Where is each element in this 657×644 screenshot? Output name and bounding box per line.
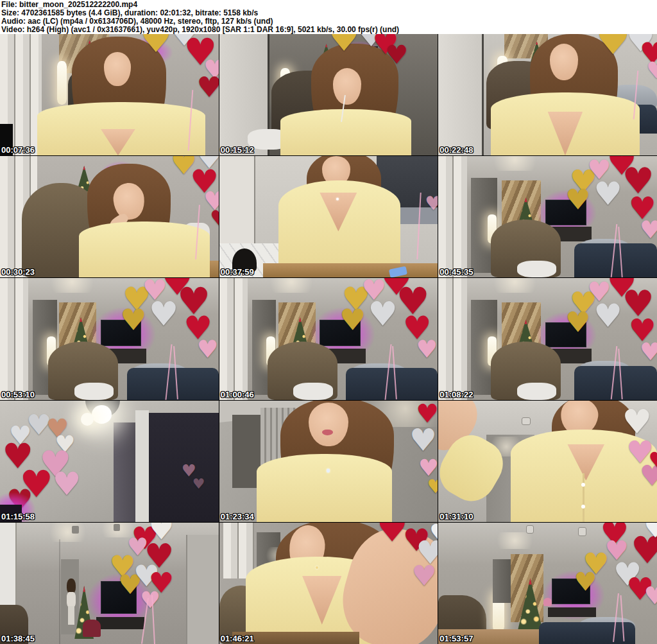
video-thumbnail: ♥ 00:37:59 [219,156,438,277]
necklace-pendant [327,469,330,473]
ceiling-light-spot [486,156,543,171]
timestamp: 01:31:10 [439,512,473,521]
timestamp: 00:15:12 [221,145,254,155]
timestamp: 00:30:23 [1,267,35,277]
balloon-heart-icon: ♥ [427,478,438,495]
person-top [257,454,392,522]
balloon-heart-icon: ♥ [596,34,631,57]
balloon-heart-icon: ♥ [140,34,172,55]
video-thumbnail: ♥ ♥ ♥ ♥ 01:31:10 [438,401,657,522]
video-thumbnail: ♥ ♥ ♥ ♥ ♥ ♥ ♥ ♥ ♥ 01:53:57 [438,523,657,644]
person-face [333,68,361,105]
sideboard [96,617,144,629]
timestamp: 01:38:45 [1,634,35,643]
video-thumbnail: ♥ ♥ ♥ ♥ ♥ ♥ ♥ ♥ 00:45:35 [438,156,657,277]
balloon-heart-icon: ♥ [644,586,657,606]
timestamp: 01:00:46 [221,390,254,399]
sideboard [548,607,596,617]
lamp-bulb [92,405,112,423]
timestamp: 00:45:35 [439,267,473,277]
timestamp: 01:53:57 [439,634,473,643]
ceiling-light-spot [491,532,539,549]
balloon-heart-icon: ♥ [574,571,597,593]
person-standing-top [67,592,76,608]
balloon-heart-icon: ♥ [425,195,438,212]
wardrobe [438,156,466,277]
couch [574,366,657,400]
balloon-heart-icon: ♥ [565,310,590,334]
video-thumbnail: ♥ ♥ ♥ ♥ ♥ ♥ ♥ ♥ 01:00:46 [219,278,438,399]
pillow [517,261,556,277]
spotlight-can [72,526,78,533]
balloon-heart-icon: ♥ [646,61,657,81]
video-thumbnail: ♥ ♥ ♥ ♥ ♥ 00:07:36 [0,34,219,155]
wall-seam [59,539,60,644]
balloon-heart-icon: ♥ [197,339,219,360]
balloon-heart-icon: ♥ [368,300,398,328]
spotlight-can [522,417,531,424]
person-cardigan [79,222,210,277]
balloon-heart-icon: ♥ [386,44,409,65]
pillow [517,383,556,399]
balloon-heart-icon: ♥ [210,209,219,228]
necklace-pendant [316,566,318,569]
timestamp: 00:37:59 [221,267,254,277]
wardrobe [219,278,248,399]
curtain [114,422,137,522]
couch [127,368,219,399]
balloon-heart-icon: ♥ [149,523,174,542]
balloon-heart-icon: ♥ [339,308,366,333]
couch [346,368,438,399]
necklace-pendant [336,198,339,200]
balloon-reflection: ♥ [192,478,205,491]
balloon-heart-icon: ♥ [593,180,622,208]
pillow [293,383,332,399]
video-thumbnail: ♥ ♥ ♥ ♥ 00:15:12 [219,34,438,155]
timestamp: 00:07:36 [1,145,35,155]
video-thumbnail: ♥ ♥ ♥ ♥ ♥ ♥ ♥ ♥ 01:08:22 [438,278,657,399]
timestamp: 01:46:21 [221,634,254,643]
video-thumbnail: ♥ ♥ ♥ ♥ ♥ 00:30:23 [0,156,219,277]
balloon-heart-icon: ♥ [149,300,179,328]
video-thumbnail: ♥ ♥ ♥ ♥ 00:22:48 [438,34,657,155]
person-standing-legs [68,606,74,624]
balloon-heart-icon: ♥ [640,342,657,362]
wardrobe [438,278,466,399]
wardrobe [0,278,28,399]
balloon-heart-icon: ♥ [593,302,622,330]
ceiling-light-spot [263,278,320,293]
timestamp: 00:22:48 [439,145,473,155]
right-wall [186,535,219,644]
pillow [74,383,114,399]
timestamp: 01:08:22 [439,390,473,399]
ceiling-light-spot [486,278,543,293]
balloon-heart-icon: ♥ [409,427,437,453]
balloon-heart-icon: ♥ [53,471,81,498]
timestamp: 01:15:58 [1,512,35,521]
balloon-heart-icon: ♥ [565,187,590,211]
timestamp: 01:23:34 [221,512,254,521]
wardrobe [223,523,254,579]
video-thumbnail: ♥ ♥ ♥ ♥ ♥ ♥ ♥ ♥ 00:53:10 [0,278,219,399]
balloon-heart-icon: ♥ [328,34,359,54]
flowers [543,598,552,606]
timestamp: 00:53:10 [1,390,35,399]
balloon-heart-icon: ♥ [429,523,438,544]
balloon-heart-icon: ♥ [120,308,146,333]
balloon-heart-icon: ♥ [411,564,436,587]
video-thumbnail: ♥ ♥ ♥ ♥ ♥ 01:46:21 [219,523,438,644]
red-chair [83,620,100,636]
video-thumbnail: ♥ ♥ ♥ ♥ 01:23:34 [219,401,438,522]
hall-doorway [493,559,510,603]
balloon-heart-icon: ♥ [140,591,160,611]
balloon-heart-icon: ♥ [197,75,219,99]
video-thumbnail: ♥ ♥ ♥ ♥ ♥ ♥ ♥ ♥ ♥ ♥ ♥ 01:15:58 [0,401,219,522]
balloon-heart-icon: ♥ [640,220,657,240]
spotlight-can [578,527,586,535]
white-door [438,34,484,155]
balloon-heart-icon: ♥ [416,339,438,360]
spotlight-can [526,525,534,534]
window-frame [135,410,148,522]
person-face [309,403,348,446]
video-thumbnail: ♥ ♥ ♥ ♥ ♥ ♥ ♥ ♥ ♥ 01:38:45 [0,523,219,644]
